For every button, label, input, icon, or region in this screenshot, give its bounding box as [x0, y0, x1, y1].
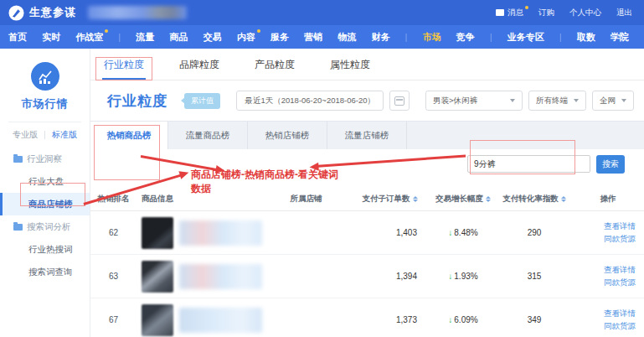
sidebar-item-hot-search-words[interactable]: 行业热搜词	[0, 238, 90, 261]
sidebar-item-industry-insight[interactable]: 行业洞察	[0, 148, 90, 170]
version-tab-pro[interactable]: 专业版	[13, 129, 38, 141]
cumulative-value-badge: 累计值	[184, 93, 220, 109]
nav-finance[interactable]: 财务	[372, 31, 390, 44]
page-header: 行业粒度 累计值 最近1天（2018-06-20~2018-06-20） 男装>…	[90, 80, 644, 121]
same-supply-link[interactable]: 同款货源	[572, 277, 636, 289]
subtab-traffic-product-rank[interactable]: 流量商品榜	[168, 122, 248, 149]
col-actions: 操作	[572, 194, 644, 205]
nav-divider: |	[405, 33, 408, 42]
sort-arrows-icon[interactable]	[486, 196, 491, 202]
divider	[44, 131, 45, 139]
growth-value: 1.93%	[454, 272, 477, 281]
view-detail-link[interactable]: 查看详情	[572, 308, 636, 320]
conversion-index-value: 290	[497, 228, 572, 237]
conversion-index-value: 349	[497, 315, 572, 324]
nav-content[interactable]: 内容	[237, 31, 255, 44]
calendar-button[interactable]	[389, 91, 410, 111]
subtab-hot-product-rank[interactable]: 热销商品榜	[90, 122, 168, 149]
table-row: 63 1,394 ↓ 1.93% 315 查看详情 同款货源	[90, 255, 644, 298]
pay-sub-orders-value: 1,394	[350, 272, 430, 281]
folder-icon	[13, 224, 23, 231]
order-link[interactable]: 订购	[538, 8, 554, 18]
messages-label: 消息	[507, 8, 523, 18]
rank-sub-tabs: 热销商品榜 流量商品榜 热销店铺榜 流量店铺榜	[90, 121, 644, 149]
granularity-tabs: 行业粒度 品牌粒度 产品粒度 属性粒度	[90, 49, 644, 80]
nav-divider: |	[559, 33, 562, 42]
growth-value: 8.48%	[454, 228, 477, 237]
actions-cell: 查看详情 同款货源	[572, 220, 644, 245]
rank-value: 67	[90, 315, 137, 324]
personal-center-link[interactable]: 个人中心	[569, 8, 601, 18]
nav-divider: |	[490, 33, 492, 42]
filter-controls: 最近1天（2018-06-20~2018-06-20） 男装>休闲裤 所有终端 …	[236, 91, 634, 111]
nav-products[interactable]: 商品	[170, 31, 188, 44]
nav-trade[interactable]: 交易	[204, 31, 222, 44]
search-row: 搜索	[90, 149, 644, 188]
app-window: 生意参谋 消息 订购 个人中心 退出 首页 实时 作战室 | 流量 商品 交易 …	[0, 0, 644, 337]
folder-icon	[13, 156, 23, 163]
terminal-dropdown[interactable]: 所有终端	[528, 91, 586, 111]
sidebar: 市场行情 专业版 标准版 行业洞察 行业大盘 商品店铺榜 搜索词分析 行业热搜词	[0, 49, 90, 337]
date-range-selector[interactable]: 最近1天（2018-06-20~2018-06-20）	[236, 91, 384, 111]
sycm-logo-icon[interactable]	[8, 5, 24, 21]
subtab-hot-shop-rank[interactable]: 热销店铺榜	[248, 122, 327, 149]
tab-attribute-granularity[interactable]: 属性粒度	[328, 49, 372, 80]
col-hot-rank: 热销排名	[90, 194, 137, 205]
main-nav: 首页 实时 作战室 | 流量 商品 交易 内容 服务 营销 物流 财务 | 市场…	[0, 25, 644, 49]
nav-home[interactable]: 首页	[8, 31, 27, 44]
app-title[interactable]: 生意参谋	[29, 5, 76, 20]
tab-brand-granularity[interactable]: 品牌粒度	[178, 49, 221, 80]
nav-data-fetch[interactable]: 取数	[577, 31, 595, 44]
tab-product-granularity[interactable]: 产品粒度	[253, 49, 296, 80]
product-cell	[137, 217, 262, 249]
same-supply-link[interactable]: 同款货源	[572, 233, 636, 246]
sidebar-item-industry-overview[interactable]: 行业大盘	[0, 170, 90, 193]
new-badge-dot	[105, 29, 108, 33]
sidebar-menu: 行业洞察 行业大盘 商品店铺榜 搜索词分析 行业热搜词 搜索词查询	[0, 148, 90, 283]
version-switcher: 专业版 标准版	[0, 129, 90, 141]
arrow-down-icon: ↓	[448, 228, 452, 237]
keyword-search-input[interactable]	[467, 155, 590, 173]
caret-down-icon	[510, 99, 515, 102]
nav-market-active[interactable]: 市场	[423, 31, 441, 44]
blurred-product-thumbnail	[142, 217, 173, 249]
nav-realtime[interactable]: 实时	[42, 31, 60, 44]
sort-arrows-icon[interactable]	[413, 196, 418, 202]
nav-logistics[interactable]: 物流	[337, 31, 356, 44]
growth-cell: ↓ 8.48%	[430, 228, 497, 237]
sidebar-item-search-word-analysis[interactable]: 搜索词分析	[0, 215, 90, 238]
nav-service[interactable]: 服务	[270, 31, 289, 44]
table-row: 67 1,373 ↓ 6.09% 349 查看详情 同款货源	[90, 298, 644, 337]
version-tab-standard[interactable]: 标准版	[52, 129, 77, 141]
nav-competition[interactable]: 竞争	[456, 31, 475, 44]
nav-divider: |	[119, 33, 121, 42]
calendar-icon	[394, 96, 404, 106]
arrow-down-icon: ↓	[448, 272, 452, 281]
view-detail-link[interactable]: 查看详情	[572, 220, 636, 233]
chat-bubble-icon	[496, 9, 504, 16]
search-button[interactable]: 搜索	[596, 155, 625, 174]
col-shop: 所属店铺	[262, 194, 350, 205]
rank-value: 62	[90, 228, 137, 237]
notification-dot	[525, 6, 528, 9]
sidebar-item-product-shop-rank[interactable]: 商品店铺榜	[0, 193, 90, 215]
subtab-traffic-shop-rank[interactable]: 流量店铺榜	[327, 122, 407, 149]
sidebar-item-search-word-query[interactable]: 搜索词查询	[0, 261, 90, 283]
conversion-index-value: 315	[497, 272, 572, 281]
nav-academy[interactable]: 学院	[611, 31, 629, 44]
logout-link[interactable]: 退出	[616, 8, 632, 18]
network-dropdown[interactable]: 全网	[592, 91, 634, 111]
blurred-shop-name	[88, 6, 187, 19]
nav-business-zone[interactable]: 业务专区	[507, 31, 544, 44]
nav-traffic[interactable]: 流量	[136, 31, 154, 44]
view-detail-link[interactable]: 查看详情	[572, 264, 636, 277]
category-dropdown[interactable]: 男装>休闲裤	[425, 91, 523, 111]
same-supply-link[interactable]: 同款货源	[572, 320, 636, 333]
messages-link[interactable]: 消息	[496, 8, 523, 18]
nav-war-room[interactable]: 作战室	[75, 31, 103, 44]
tab-industry-granularity[interactable]: 行业粒度	[102, 49, 146, 80]
actions-cell: 查看详情 同款货源	[572, 264, 644, 288]
sort-arrows-icon[interactable]	[561, 196, 566, 202]
growth-cell: ↓ 6.09%	[430, 315, 497, 324]
nav-marketing[interactable]: 营销	[304, 31, 322, 44]
